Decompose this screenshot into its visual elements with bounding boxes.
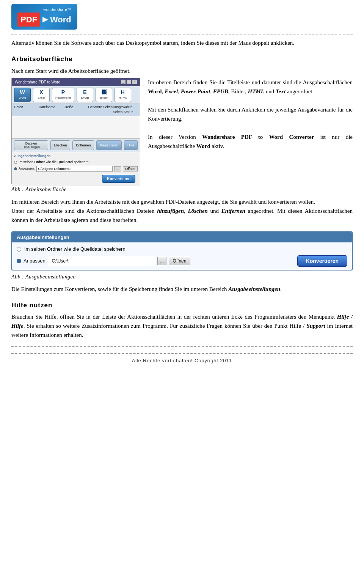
logo-pdf-word: PDF ▶ Word bbox=[17, 13, 71, 27]
close-btn[interactable]: × bbox=[132, 80, 137, 84]
footer-text: Alle Rechte vorbehalten! Copyright 2011 bbox=[132, 358, 232, 363]
arbeitsflaeche-p5: Im mittleren Bereich wird Ihnen die Arbe… bbox=[11, 197, 353, 206]
arbeitsflaeche-p1: Nach dem Start wird die Arbeitsoberfläch… bbox=[11, 66, 353, 75]
hinzufuegen-btn[interactable]: Dateien Hinzufügen bbox=[14, 140, 48, 150]
th-dateiname: Dateiname bbox=[39, 105, 63, 115]
th-daten: Daten bbox=[14, 105, 39, 115]
logo-box: wondershare™ PDF ▶ Word bbox=[11, 4, 77, 30]
maximize-btn[interactable]: □ bbox=[127, 80, 131, 84]
th-groesse: Größe bbox=[63, 105, 88, 115]
minimize-btn[interactable]: _ bbox=[121, 80, 126, 84]
app-screenshot-caption: Abb.: Arbeitsoberfläche bbox=[11, 186, 140, 193]
html-label: HTML bbox=[119, 96, 127, 100]
hilfe-section: Hilfe nutzen Brauchen Sie Hilfe, öffnen … bbox=[11, 300, 353, 340]
entfernen-btn[interactable]: Entfernen bbox=[72, 140, 94, 150]
registrieren-btn[interactable]: Registrieren bbox=[96, 140, 122, 150]
arbeitsflaeche-p3: Mit den Schaltflächen wählen Sie durch A… bbox=[148, 105, 353, 123]
path-input[interactable] bbox=[36, 166, 113, 172]
epub-label: EPUB bbox=[81, 96, 89, 100]
format-btn-excel[interactable]: X Excel bbox=[33, 88, 50, 102]
excel-icon: X bbox=[39, 90, 43, 95]
logo-area: wondershare™ PDF ▶ Word bbox=[11, 0, 353, 31]
app-title: Wondershare PDF to Word bbox=[15, 79, 60, 85]
ausgabe-box-title: Ausgabeeinstellungen bbox=[12, 232, 352, 243]
th-seiten: Gesamte Seiten bbox=[88, 105, 113, 115]
loeschen-btn[interactable]: Löschen bbox=[50, 140, 70, 150]
arbeitsflaeche-p4: In dieser Version Wondershare PDF to Wor… bbox=[148, 132, 353, 151]
radio2-label: Anpassen: bbox=[19, 166, 35, 171]
footer-divider bbox=[11, 353, 353, 354]
app-screenshot: Wondershare PDF to Word _ □ × W Word bbox=[11, 78, 140, 184]
app-bottom-row: Konvertieren bbox=[14, 173, 138, 184]
excel-label: Excel bbox=[38, 96, 45, 100]
pp-icon: P bbox=[61, 90, 65, 95]
bilder-icon: 🖼 bbox=[101, 90, 107, 95]
ausgabe-radio1 bbox=[17, 247, 21, 252]
radio1-label: Im selben Ordner wie die Quelldatei spei… bbox=[19, 160, 89, 165]
footer: Alle Rechte vorbehalten! Copyright 2011 bbox=[11, 346, 353, 366]
word-icon: W bbox=[20, 90, 25, 95]
bilder-label: Bilder bbox=[100, 96, 108, 100]
ausgabe-radio-row1: Im selben Ordner wie die Quelldatei spei… bbox=[17, 245, 347, 253]
dots-btn[interactable]: ... bbox=[114, 166, 122, 171]
arbeitsflaeche-p2: Im oberen Bereich finden Sie die Titelle… bbox=[148, 78, 353, 96]
epub-icon: E bbox=[83, 90, 86, 95]
app-radio-row1: Im selben Ordner wie die Quelldatei spei… bbox=[14, 160, 138, 165]
ausgabe-section: Die Einstellungen zum Konvertieren, sowi… bbox=[11, 285, 353, 294]
ausgabe-path-row: Anpassen: ... Öffnen bbox=[17, 257, 190, 265]
intro-section: Alternativ können Sie die Software auch … bbox=[11, 38, 353, 47]
app-table-body bbox=[12, 116, 140, 139]
ausgabe-dots-btn[interactable]: ... bbox=[157, 257, 166, 265]
oeffnen-btn[interactable]: Öffnen bbox=[123, 166, 138, 171]
arbeitsflaeche-title: Arbeitsoberfläche bbox=[11, 54, 353, 64]
format-btn-word[interactable]: W Word bbox=[14, 88, 31, 102]
app-toolbar: W Word X Excel P PowerPoint E bbox=[12, 86, 140, 104]
hilfe-title: Hilfe nutzen bbox=[11, 300, 353, 310]
intro-text: Alternativ können Sie die Software auch … bbox=[11, 38, 353, 47]
format-btn-html[interactable]: H HTML bbox=[115, 88, 131, 102]
word-label: Word bbox=[19, 96, 26, 100]
app-titlebar: Wondershare PDF to Word _ □ × bbox=[12, 78, 140, 86]
html-icon: H bbox=[121, 90, 125, 95]
format-btn-epub[interactable]: E EPUB bbox=[77, 88, 93, 102]
ausgabe-radio1-label: Im selben Ordner wie die Quelldatei spei… bbox=[24, 245, 126, 253]
ausgabe-box: Ausgabeeinstellungen Im selben Ordner wi… bbox=[11, 231, 353, 270]
konvertieren-btn[interactable]: Konvertieren bbox=[102, 175, 135, 183]
screenshot-col: Wondershare PDF to Word _ □ × W Word bbox=[11, 78, 140, 193]
app-ausgabe: Ausgabeeinstellungen Im selben Ordner wi… bbox=[12, 152, 140, 186]
wondershare-text: wondershare™ bbox=[17, 7, 71, 13]
app-titlebar-btns: _ □ × bbox=[121, 80, 137, 84]
ausgabe-radio2-circle bbox=[17, 259, 21, 263]
format-btn-bilder[interactable]: 🖼 Bilder bbox=[96, 88, 112, 102]
arbeitsflaeche-section: Arbeitsoberfläche Nach dem Start wird di… bbox=[11, 54, 353, 225]
logo-word: Word bbox=[50, 13, 71, 26]
arbeitsflaeche-p6: Unter der Arbeitsliste sind die Aktionss… bbox=[11, 206, 353, 225]
app-ausgabe-title: Ausgabeeinstellungen bbox=[14, 154, 138, 159]
hilfe-p1: Brauchen Sie Hilfe, öffnen Sie in der Le… bbox=[11, 312, 353, 340]
ausgabe-box-content: Im selben Ordner wie die Quelldatei spei… bbox=[12, 242, 352, 270]
app-table-header: Daten Dateiname Größe Gesamte Seiten Aus… bbox=[12, 104, 140, 116]
th-ausgewaehlt: Ausgewählte Seiten Status bbox=[113, 105, 138, 115]
ausgabe-konvertieren-btn[interactable]: Konvertieren bbox=[297, 255, 347, 267]
radio1-circle bbox=[14, 161, 17, 164]
ausgabe-oeffnen-btn[interactable]: Öffnen bbox=[169, 257, 191, 265]
app-action-btns: Dateien Hinzufügen Löschen Entfernen Reg… bbox=[12, 139, 140, 152]
arbeitsflaeche-text-col: Im oberen Bereich finden Sie die Titelle… bbox=[148, 78, 353, 151]
hilfe-btn[interactable]: Hilfe bbox=[124, 140, 138, 150]
ausgabe-caption: Abb.: Ausgabeeinstellungen bbox=[11, 273, 353, 281]
logo-arrow: ▶ bbox=[42, 14, 48, 25]
ausgabe-p1: Die Einstellungen zum Konvertieren, sowi… bbox=[11, 285, 353, 294]
format-btn-pp[interactable]: P PowerPoint bbox=[52, 88, 74, 102]
ausgabe-radio2-label: Anpassen: bbox=[24, 257, 47, 265]
ausgabe-path-input[interactable] bbox=[49, 257, 155, 265]
app-path-row: Anpassen: ... Öffnen bbox=[14, 166, 138, 172]
logo-pdf: PDF bbox=[17, 13, 40, 27]
pp-label: PowerPoint bbox=[55, 96, 71, 100]
top-divider bbox=[11, 35, 353, 35]
ausgabe-bottom-row: Anpassen: ... Öffnen Konvertieren bbox=[17, 255, 347, 267]
radio2-circle bbox=[14, 167, 17, 170]
arbeitsflaeche-two-col: Wondershare PDF to Word _ □ × W Word bbox=[11, 78, 353, 193]
